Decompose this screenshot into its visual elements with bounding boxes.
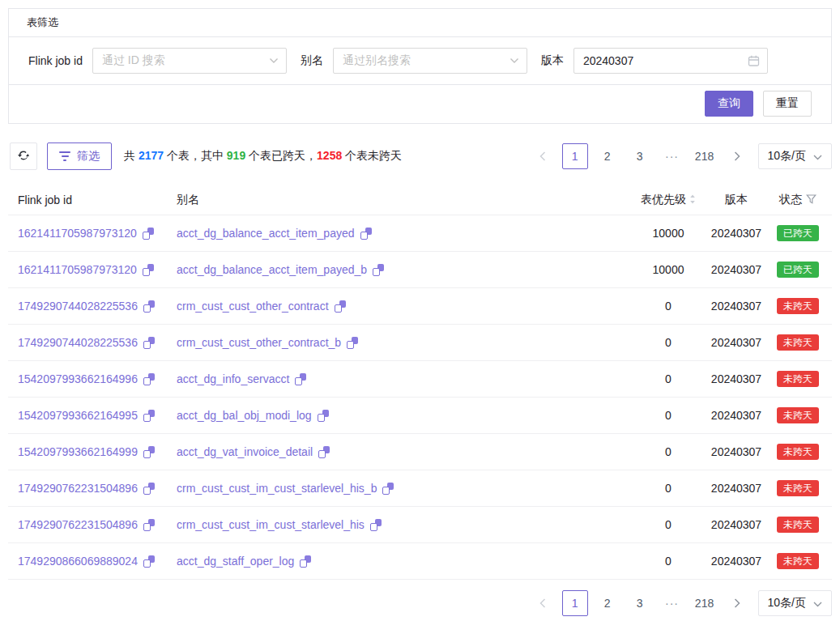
table-row: 1749290866069889024 acct_dg_staff_oper_l… — [8, 543, 832, 580]
col-header-version: 版本 — [701, 193, 772, 207]
pagination-bottom: 1 2 3 ··· 218 10条/页 — [530, 590, 832, 616]
copy-icon[interactable] — [143, 483, 155, 495]
copy-icon[interactable] — [318, 410, 329, 422]
next-page-button[interactable] — [724, 590, 750, 616]
alias-link[interactable]: acct_dg_balance_acct_item_payed — [177, 227, 355, 240]
filter-actions-row: 查询 重置 — [9, 85, 831, 123]
alias-link[interactable]: acct_dg_balance_acct_item_payed_b — [177, 263, 367, 276]
alias-link[interactable]: acct_dg_info_servacct — [177, 372, 289, 385]
copy-icon[interactable] — [143, 446, 155, 458]
page: 表筛选 Flink job id 通过 ID 搜索 别名 通过别名搜索 版本 2… — [0, 8, 840, 621]
flink-job-id-link[interactable]: 1749290866069889024 — [18, 555, 138, 568]
page-ellipsis[interactable]: ··· — [659, 143, 685, 169]
copy-icon[interactable] — [373, 264, 384, 276]
status-badge: 未跨天 — [777, 334, 819, 351]
prev-page-button[interactable] — [530, 590, 556, 616]
copy-icon[interactable] — [295, 373, 306, 385]
page-size-select[interactable]: 10条/页 — [758, 143, 832, 169]
flink-job-id-link[interactable]: 1542097993662164996 — [18, 372, 138, 385]
alias-link[interactable]: crm_cust_cust_other_contract_b — [177, 336, 341, 349]
summary-crossed: 919 — [227, 149, 245, 162]
flink-job-id-link[interactable]: 1749290744028225536 — [18, 300, 138, 313]
table-row: 1542097993662164996 acct_dg_info_servacc… — [8, 361, 832, 398]
next-page-button[interactable] — [724, 143, 750, 169]
filter-funnel-icon[interactable] — [806, 194, 817, 206]
pagination-top: 1 2 3 ··· 218 10条/页 — [530, 143, 832, 169]
refresh-button[interactable] — [10, 142, 37, 170]
page-button-2[interactable]: 2 — [595, 143, 620, 169]
refresh-icon — [17, 149, 30, 164]
col-header-flink-job-id: Flink job id — [18, 194, 177, 206]
copy-icon[interactable] — [143, 337, 155, 349]
alias-link[interactable]: crm_cust_cust_im_cust_starlevel_his_b — [177, 482, 377, 495]
priority-cell: 0 — [636, 555, 701, 568]
page-ellipsis[interactable]: ··· — [659, 590, 685, 616]
col-header-priority: 表优先级 — [636, 193, 701, 207]
table-row: 1749290762231504896 crm_cust_cust_im_cus… — [8, 507, 832, 543]
status-badge: 未跨天 — [777, 480, 819, 496]
copy-icon[interactable] — [335, 300, 346, 313]
copy-icon[interactable] — [360, 228, 372, 240]
copy-icon[interactable] — [143, 228, 154, 240]
flink-job-id-link[interactable]: 1542097993662164999 — [18, 445, 138, 458]
col-header-priority-label: 表优先级 — [641, 193, 686, 207]
calendar-icon — [748, 55, 760, 67]
page-size-select[interactable]: 10条/页 — [758, 590, 832, 616]
version-cell: 20240307 — [701, 445, 772, 458]
page-button-218[interactable]: 218 — [692, 590, 718, 616]
page-button-1[interactable]: 1 — [562, 590, 588, 616]
flink-job-id-link[interactable]: 1621411705987973120 — [18, 227, 137, 240]
flink-job-id-link[interactable]: 1542097993662164995 — [18, 409, 138, 422]
version-date-input[interactable]: 20240307 — [574, 48, 768, 74]
flink-job-id-link[interactable]: 1621411705987973120 — [18, 263, 137, 276]
sort-icon[interactable] — [689, 194, 696, 206]
summary-seg: 个表，其中 — [164, 149, 227, 162]
page-button-1[interactable]: 1 — [562, 143, 588, 169]
alias-link[interactable]: acct_dg_vat_invoice_detail — [177, 445, 313, 458]
filter-panel-title: 表筛选 — [9, 9, 831, 37]
flink-job-id-link[interactable]: 1749290762231504896 — [18, 518, 138, 531]
query-button[interactable]: 查询 — [705, 91, 753, 117]
version-cell: 20240307 — [701, 336, 772, 349]
priority-cell: 10000 — [636, 227, 701, 240]
version-cell: 20240307 — [701, 263, 772, 276]
copy-icon[interactable] — [370, 519, 382, 531]
copy-icon[interactable] — [382, 483, 394, 495]
filter-button-label: 筛选 — [77, 149, 100, 164]
status-badge: 未跨天 — [777, 371, 819, 387]
copy-icon[interactable] — [143, 300, 155, 313]
toolbar: 筛选 共 2177 个表，其中 919 个表已跨天，1258 个表未跨天 1 2… — [10, 140, 832, 172]
priority-cell: 0 — [636, 445, 701, 458]
copy-icon[interactable] — [143, 410, 155, 422]
copy-icon[interactable] — [143, 373, 155, 385]
copy-icon[interactable] — [143, 555, 155, 568]
alias-select[interactable]: 通过别名搜索 — [333, 48, 527, 74]
page-button-218[interactable]: 218 — [692, 143, 718, 169]
page-button-2[interactable]: 2 — [595, 590, 620, 616]
filter-button[interactable]: 筛选 — [47, 142, 112, 170]
copy-icon[interactable] — [143, 264, 154, 276]
alias-link[interactable]: acct_dg_bal_obj_modi_log — [177, 409, 312, 422]
flink-job-id-select[interactable]: 通过 ID 搜索 — [92, 48, 287, 74]
alias-link[interactable]: crm_cust_cust_other_contract — [177, 300, 329, 313]
copy-icon[interactable] — [347, 337, 358, 349]
copy-icon[interactable] — [300, 555, 311, 568]
page-button-3[interactable]: 3 — [627, 143, 653, 169]
reset-button[interactable]: 重置 — [763, 91, 812, 117]
copy-icon[interactable] — [143, 519, 155, 531]
alias-link[interactable]: crm_cust_cust_im_cust_starlevel_his — [177, 518, 365, 531]
chevron-down-icon — [269, 57, 279, 64]
alias-link[interactable]: acct_dg_staff_oper_log — [177, 555, 294, 568]
flink-job-id-label: Flink job id — [28, 54, 83, 67]
flink-job-id-link[interactable]: 1749290762231504896 — [18, 482, 138, 495]
version-label: 版本 — [541, 53, 564, 68]
version-cell: 20240307 — [701, 482, 772, 495]
flink-job-id-link[interactable]: 1749290744028225536 — [18, 336, 138, 349]
priority-cell: 0 — [636, 372, 701, 385]
page-button-3[interactable]: 3 — [627, 590, 653, 616]
toolbar-left: 筛选 共 2177 个表，其中 919 个表已跨天，1258 个表未跨天 — [10, 142, 530, 170]
version-value: 20240307 — [583, 54, 633, 67]
priority-cell: 0 — [636, 300, 701, 313]
copy-icon[interactable] — [318, 446, 330, 458]
prev-page-button[interactable] — [530, 143, 556, 169]
